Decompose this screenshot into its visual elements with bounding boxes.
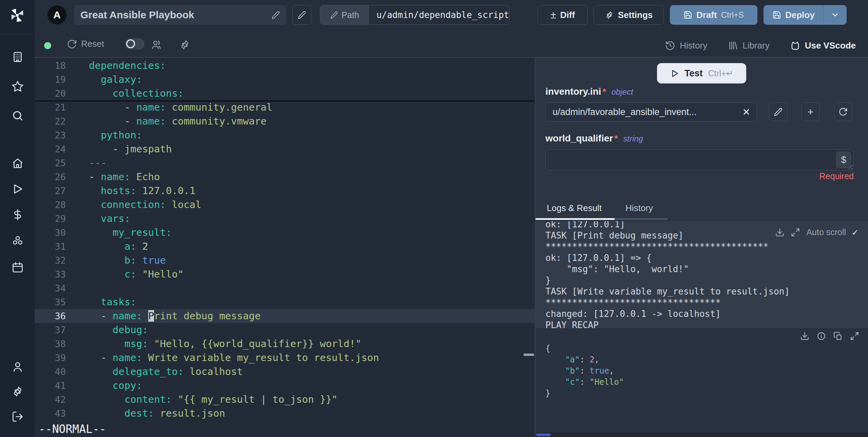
autoscroll-check-icon[interactable]: ✓ <box>852 227 858 238</box>
code-token <box>89 199 101 210</box>
code-text: b: true <box>89 253 166 267</box>
deploy-dropdown-button[interactable] <box>824 5 847 25</box>
code-line[interactable]: 18dependencies: <box>35 59 535 73</box>
download-icon[interactable] <box>800 331 809 341</box>
runs-play-icon[interactable] <box>12 183 24 195</box>
code-token: hosts: <box>101 185 136 196</box>
scrollbar-cursor-marker[interactable] <box>524 354 534 356</box>
code-text: - name: community.vmware <box>89 114 267 128</box>
code-line[interactable]: 39 - name: Write variable my_result to r… <box>35 351 535 365</box>
tab-history[interactable]: History <box>625 203 653 213</box>
add-resource-button[interactable]: + <box>801 102 820 121</box>
variables-dollar-icon[interactable] <box>12 209 24 221</box>
resources-cubes-icon[interactable] <box>12 235 24 247</box>
history-label: History <box>680 40 707 51</box>
refresh-icon <box>67 39 77 49</box>
code-line[interactable]: 21 - name: community.general <box>35 100 535 114</box>
dollar-icon: $ <box>841 155 846 165</box>
code-line[interactable]: 43 dest: result.json <box>35 406 535 420</box>
status-green-dot <box>44 42 51 49</box>
result-token: "a" <box>565 355 580 364</box>
history-button[interactable]: History <box>665 40 707 51</box>
editor-settings-gear-icon[interactable] <box>179 39 191 51</box>
code-token: connection: <box>101 199 166 210</box>
code-line[interactable]: 24 - jmespath <box>35 142 535 156</box>
panel-divider[interactable] <box>535 57 536 437</box>
code-line[interactable]: 22 - name: community.vmware <box>35 114 535 128</box>
code-text: content: "{{ my_result | to_json }}" <box>89 393 337 406</box>
favorites-star-icon[interactable] <box>12 80 24 93</box>
home-icon[interactable] <box>12 157 24 170</box>
deploy-button[interactable]: Deploy <box>764 5 824 25</box>
code-line[interactable]: 38 msg: "Hello, {{world_qualifier}} worl… <box>35 337 535 351</box>
code-line[interactable]: 34 <box>35 281 535 295</box>
script-title: Great Ansible Playbook <box>80 9 271 21</box>
test-button[interactable]: Test Ctrl+↵ <box>657 63 746 83</box>
fullscreen-icon[interactable] <box>850 331 859 341</box>
variable-picker-button[interactable]: $ <box>836 152 851 168</box>
edit-resource-button[interactable] <box>769 102 788 121</box>
code-token: name: <box>136 115 166 127</box>
refresh-resource-button[interactable] <box>834 102 852 121</box>
library-button[interactable]: Library <box>728 40 769 51</box>
workspace-building-icon[interactable] <box>12 51 24 63</box>
code-line[interactable]: 44 <box>35 420 535 434</box>
code-editor[interactable]: 18dependencies:19 galaxy:20 collections:… <box>35 57 535 437</box>
code-line[interactable]: 42 content: "{{ my_result | to_json }}" <box>35 393 535 406</box>
edit-title-button[interactable] <box>292 5 311 25</box>
code-line[interactable]: 41 copy: <box>35 379 535 393</box>
diff-button[interactable]: ± Diff <box>538 5 588 25</box>
horizontal-scrollbar-thumb[interactable] <box>536 434 551 436</box>
settings-gear-icon[interactable] <box>12 385 24 398</box>
edit-pencil-icon[interactable] <box>271 11 280 19</box>
script-title-input[interactable]: Great Ansible Playbook <box>74 5 286 25</box>
code-line[interactable]: 32 b: true <box>35 253 535 267</box>
clipboard-copy-icon[interactable] <box>833 331 843 341</box>
code-line[interactable]: 27 hosts: 127.0.0.1 <box>35 184 535 198</box>
reset-button[interactable]: Reset <box>67 39 104 49</box>
code-line[interactable]: 29 vars: <box>35 212 535 226</box>
tab-logs-result[interactable]: Logs & Result <box>547 203 602 213</box>
code-token: jmespath <box>124 143 172 155</box>
code-token: 127.0.0.1 <box>136 185 196 196</box>
logout-arrow-icon[interactable] <box>12 411 24 423</box>
code-line[interactable]: 37 debug: <box>35 323 535 337</box>
inventory-input[interactable] <box>552 107 739 118</box>
code-token <box>89 74 101 85</box>
code-line[interactable]: 23 python: <box>35 128 535 142</box>
code-line[interactable]: 25--- <box>35 156 535 170</box>
code-line[interactable]: 33 c: "Hello" <box>35 267 535 281</box>
draft-button[interactable]: Draft Ctrl+S <box>670 5 757 25</box>
diff-mode-toggle[interactable] <box>125 38 144 50</box>
code-line[interactable]: 30 my_result: <box>35 226 535 240</box>
collaborators-users-icon[interactable] <box>151 39 162 51</box>
tab-scrollbar[interactable] <box>615 218 668 220</box>
path-label: Path <box>342 10 359 20</box>
code-line[interactable]: 35 tasks: <box>35 295 535 309</box>
schedules-calendar-icon[interactable] <box>12 261 24 273</box>
code-line[interactable]: 40 delegate_to: localhost <box>35 365 535 379</box>
use-vscode-button[interactable]: Use VScode <box>790 40 856 51</box>
result-pane[interactable]: { "a": 2, "b": true, "c": "Hello"} <box>536 328 868 437</box>
expand-icon[interactable] <box>791 228 800 237</box>
code-token: 2 <box>136 241 148 252</box>
info-icon[interactable] <box>817 331 826 341</box>
search-icon[interactable] <box>12 110 24 122</box>
world-input[interactable] <box>551 152 833 168</box>
logs-pane[interactable]: ok: [127.0.0.1]TASK [Print debug message… <box>536 221 868 328</box>
path-chip-button[interactable]: Path u/admin/dependable_script <box>320 5 509 25</box>
code-line[interactable]: 20 collections: <box>35 87 535 100</box>
download-icon[interactable] <box>775 228 785 237</box>
code-token <box>89 296 101 308</box>
account-person-icon[interactable] <box>12 361 24 373</box>
path-value: u/admin/dependable_script <box>369 5 509 24</box>
settings-button[interactable]: Settings <box>594 5 664 25</box>
clear-x-icon[interactable]: ✕ <box>739 107 750 118</box>
windmill-logo-icon[interactable] <box>9 7 25 23</box>
code-line[interactable]: 31 a: 2 <box>35 240 535 253</box>
code-line[interactable]: 26- name: Echo <box>35 170 535 184</box>
code-line[interactable]: 36 - name: Print debug message <box>35 309 535 323</box>
toolbar-right-group: History Library Use VScode <box>653 34 856 57</box>
code-line[interactable]: 19 galaxy: <box>35 73 535 87</box>
code-line[interactable]: 28 connection: local <box>35 198 535 212</box>
